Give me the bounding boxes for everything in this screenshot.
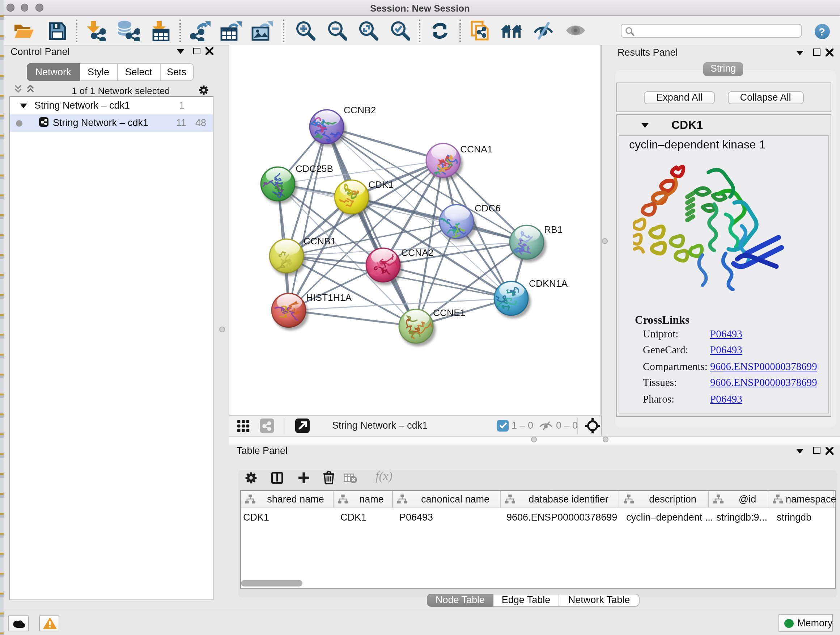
svg-text:CDKN1A: CDKN1A <box>529 278 567 289</box>
svg-text:CCNB1: CCNB1 <box>303 236 335 247</box>
svg-text:CDC6: CDC6 <box>474 203 500 214</box>
svg-text:CCNA1: CCNA1 <box>460 144 492 155</box>
svg-text:CCNA2: CCNA2 <box>401 247 433 258</box>
svg-text:CCNE1: CCNE1 <box>433 307 465 318</box>
svg-text:CDC25B: CDC25B <box>295 163 333 174</box>
svg-text:HIST1H1A: HIST1H1A <box>306 292 352 303</box>
svg-text:RB1: RB1 <box>544 224 562 235</box>
svg-text:CCNB2: CCNB2 <box>343 105 376 116</box>
svg-text:CDK1: CDK1 <box>368 179 393 190</box>
